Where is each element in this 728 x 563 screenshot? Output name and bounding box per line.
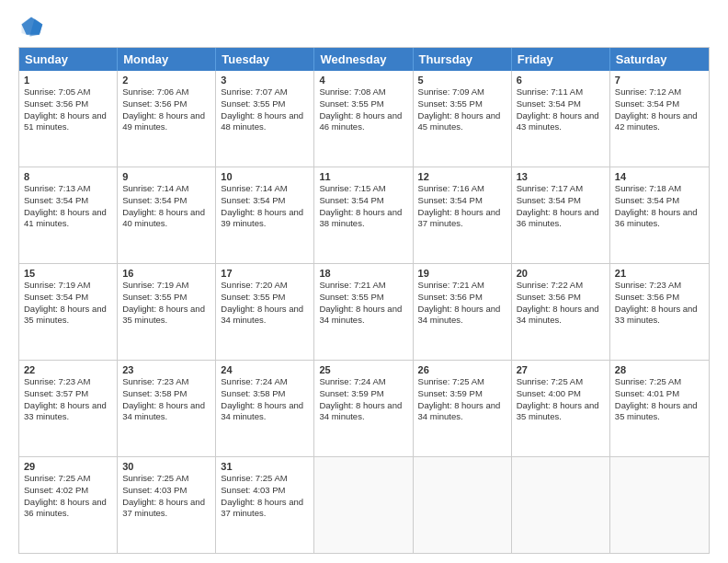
day-number: 23 [122, 364, 210, 375]
info-line: Daylight: 8 hours and 40 minutes. [122, 207, 210, 231]
calendar: SundayMondayTuesdayWednesdayThursdayFrid… [18, 47, 710, 554]
day-number: 21 [615, 268, 704, 279]
info-line: Sunset: 3:54 PM [122, 195, 210, 207]
info-line: Sunrise: 7:09 AM [418, 86, 506, 98]
info-line: Sunset: 3:56 PM [517, 292, 605, 304]
info-line: Sunset: 3:55 PM [319, 98, 407, 110]
info-line: Sunset: 4:00 PM [517, 388, 605, 400]
day-number: 4 [319, 75, 407, 86]
calendar-cell: 29Sunrise: 7:25 AMSunset: 4:02 PMDayligh… [19, 457, 118, 553]
info-line: Sunset: 3:54 PM [221, 195, 309, 207]
info-line: Daylight: 8 hours and 35 minutes. [615, 400, 704, 424]
cell-info: Sunrise: 7:17 AMSunset: 3:54 PMDaylight:… [517, 183, 605, 230]
info-line: Daylight: 8 hours and 34 minutes. [221, 304, 309, 327]
info-line: Sunrise: 7:19 AM [24, 280, 112, 292]
info-line: Sunset: 3:54 PM [517, 195, 605, 207]
cell-info: Sunrise: 7:25 AMSunset: 4:03 PMDaylight:… [122, 473, 210, 520]
info-line: Sunset: 3:54 PM [24, 292, 112, 304]
day-number: 13 [517, 171, 605, 182]
calendar-cell: 11Sunrise: 7:15 AMSunset: 3:54 PMDayligh… [314, 167, 413, 263]
calendar-cell: 21Sunrise: 7:23 AMSunset: 3:56 PMDayligh… [610, 264, 709, 360]
cell-info: Sunrise: 7:13 AMSunset: 3:54 PMDaylight:… [24, 183, 112, 230]
info-line: Sunrise: 7:12 AM [615, 86, 704, 98]
info-line: Sunrise: 7:07 AM [221, 86, 309, 98]
day-number: 20 [517, 268, 605, 279]
info-line: Sunset: 4:03 PM [221, 485, 309, 497]
logo [18, 14, 48, 40]
calendar-cell: 17Sunrise: 7:20 AMSunset: 3:55 PMDayligh… [216, 264, 314, 360]
info-line: Daylight: 8 hours and 34 minutes. [221, 400, 309, 424]
info-line: Sunrise: 7:06 AM [122, 86, 210, 98]
calendar-cell: 7Sunrise: 7:12 AMSunset: 3:54 PMDaylight… [610, 71, 709, 167]
info-line: Sunset: 4:03 PM [122, 485, 210, 497]
header-day-friday: Friday [512, 48, 610, 71]
calendar-cell [512, 457, 610, 553]
info-line: Sunset: 3:54 PM [418, 195, 506, 207]
cell-info: Sunrise: 7:23 AMSunset: 3:56 PMDaylight:… [615, 280, 704, 327]
info-line: Sunset: 3:56 PM [122, 98, 210, 110]
header-day-monday: Monday [118, 48, 216, 71]
calendar-cell: 15Sunrise: 7:19 AMSunset: 3:54 PMDayligh… [19, 264, 118, 360]
info-line: Daylight: 8 hours and 34 minutes. [319, 400, 407, 424]
info-line: Daylight: 8 hours and 35 minutes. [24, 304, 112, 327]
info-line: Sunset: 3:56 PM [615, 292, 704, 304]
day-number: 27 [517, 364, 605, 375]
info-line: Sunrise: 7:14 AM [221, 183, 309, 195]
calendar-cell: 16Sunrise: 7:19 AMSunset: 3:55 PMDayligh… [118, 264, 216, 360]
cell-info: Sunrise: 7:20 AMSunset: 3:55 PMDaylight:… [221, 280, 309, 327]
cell-info: Sunrise: 7:25 AMSunset: 4:01 PMDaylight:… [615, 376, 704, 423]
day-number: 31 [221, 461, 309, 472]
cell-info: Sunrise: 7:22 AMSunset: 3:56 PMDaylight:… [517, 280, 605, 327]
info-line: Daylight: 8 hours and 34 minutes. [418, 400, 506, 424]
page: SundayMondayTuesdayWednesdayThursdayFrid… [0, 0, 728, 563]
day-number: 26 [418, 364, 506, 375]
info-line: Sunrise: 7:13 AM [24, 183, 112, 195]
calendar-cell: 23Sunrise: 7:23 AMSunset: 3:58 PMDayligh… [118, 361, 216, 456]
cell-info: Sunrise: 7:07 AMSunset: 3:55 PMDaylight:… [221, 86, 309, 133]
info-line: Daylight: 8 hours and 34 minutes. [517, 304, 605, 327]
day-number: 11 [319, 171, 407, 182]
calendar-cell: 14Sunrise: 7:18 AMSunset: 3:54 PMDayligh… [610, 167, 709, 263]
day-number: 14 [615, 171, 704, 182]
info-line: Sunrise: 7:25 AM [221, 473, 309, 485]
calendar-row-0: 1Sunrise: 7:05 AMSunset: 3:56 PMDaylight… [19, 71, 709, 167]
header-day-sunday: Sunday [19, 48, 118, 71]
info-line: Sunset: 3:58 PM [221, 388, 309, 400]
info-line: Sunrise: 7:21 AM [319, 280, 407, 292]
info-line: Sunrise: 7:24 AM [319, 376, 407, 388]
day-number: 8 [24, 171, 112, 182]
info-line: Sunset: 3:55 PM [221, 98, 309, 110]
day-number: 12 [418, 171, 506, 182]
info-line: Sunrise: 7:25 AM [517, 376, 605, 388]
info-line: Sunrise: 7:24 AM [221, 376, 309, 388]
calendar-cell: 12Sunrise: 7:16 AMSunset: 3:54 PMDayligh… [414, 167, 512, 263]
info-line: Daylight: 8 hours and 38 minutes. [319, 207, 407, 231]
calendar-cell: 2Sunrise: 7:06 AMSunset: 3:56 PMDaylight… [118, 71, 216, 167]
calendar-row-1: 8Sunrise: 7:13 AMSunset: 3:54 PMDaylight… [19, 167, 709, 263]
header-day-saturday: Saturday [610, 48, 709, 71]
info-line: Sunrise: 7:25 AM [615, 376, 704, 388]
day-number: 24 [221, 364, 309, 375]
info-line: Sunset: 4:02 PM [24, 485, 112, 497]
cell-info: Sunrise: 7:19 AMSunset: 3:54 PMDaylight:… [24, 280, 112, 327]
calendar-cell: 1Sunrise: 7:05 AMSunset: 3:56 PMDaylight… [19, 71, 118, 167]
info-line: Sunset: 3:55 PM [418, 98, 506, 110]
info-line: Sunrise: 7:14 AM [122, 183, 210, 195]
info-line: Daylight: 8 hours and 33 minutes. [24, 400, 112, 424]
day-number: 5 [418, 75, 506, 86]
info-line: Daylight: 8 hours and 36 minutes. [24, 497, 112, 521]
info-line: Sunset: 3:58 PM [122, 388, 210, 400]
calendar-cell: 8Sunrise: 7:13 AMSunset: 3:54 PMDaylight… [19, 167, 118, 263]
calendar-cell: 9Sunrise: 7:14 AMSunset: 3:54 PMDaylight… [118, 167, 216, 263]
cell-info: Sunrise: 7:18 AMSunset: 3:54 PMDaylight:… [615, 183, 704, 230]
info-line: Sunset: 3:59 PM [319, 388, 407, 400]
info-line: Sunset: 3:54 PM [319, 195, 407, 207]
calendar-body: 1Sunrise: 7:05 AMSunset: 3:56 PMDaylight… [19, 71, 709, 553]
cell-info: Sunrise: 7:25 AMSunset: 4:03 PMDaylight:… [221, 473, 309, 520]
info-line: Sunrise: 7:17 AM [517, 183, 605, 195]
info-line: Daylight: 8 hours and 37 minutes. [418, 207, 506, 231]
day-number: 3 [221, 75, 309, 86]
info-line: Daylight: 8 hours and 49 minutes. [122, 110, 210, 134]
info-line: Daylight: 8 hours and 35 minutes. [517, 400, 605, 424]
cell-info: Sunrise: 7:25 AMSunset: 4:00 PMDaylight:… [517, 376, 605, 423]
